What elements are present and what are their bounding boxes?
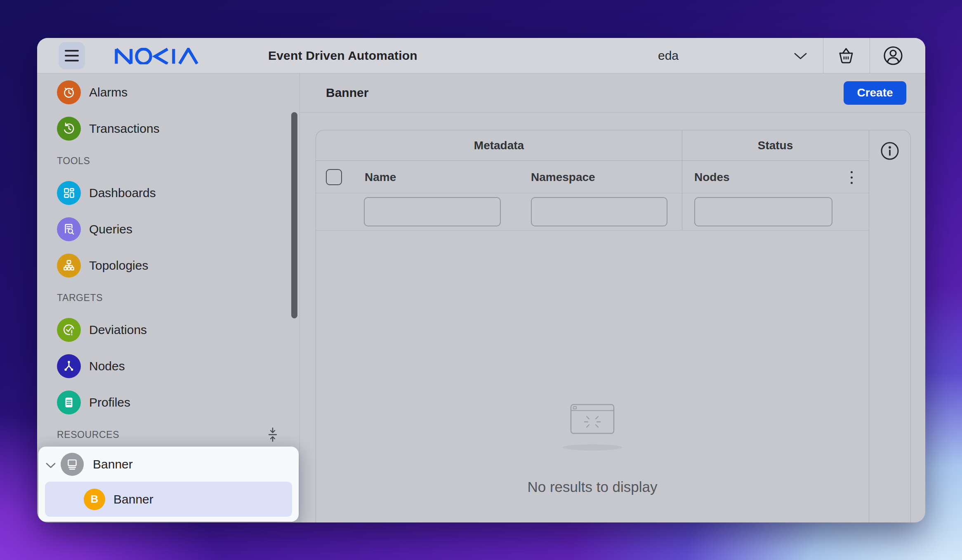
table: Metadata Status Name Namespace Nodes bbox=[316, 130, 869, 522]
banner-spotlight-panel: Banner B Banner bbox=[38, 447, 299, 522]
network-node-icon bbox=[57, 354, 81, 378]
column-namespace[interactable]: Namespace bbox=[531, 161, 595, 193]
sidebar-item-label: Profiles bbox=[89, 395, 130, 409]
tenant-value: eda bbox=[658, 49, 679, 63]
sidebar-item-label: Dashboards bbox=[89, 186, 156, 200]
namespace-filter-input[interactable] bbox=[531, 197, 667, 226]
sidebar-item-transactions[interactable]: Transactions bbox=[37, 111, 299, 147]
sidebar-item-dashboards[interactable]: Dashboards bbox=[37, 175, 299, 211]
dashboard-icon bbox=[57, 181, 81, 205]
sidebar-item-label: Queries bbox=[89, 222, 132, 236]
table-card: Metadata Status Name Namespace Nodes bbox=[316, 130, 911, 522]
sidebar-item-label: Deviations bbox=[89, 323, 147, 337]
sidebar-item-label: Transactions bbox=[89, 122, 160, 136]
banner-badge-icon: B bbox=[84, 489, 105, 510]
sidebar-item-alarms[interactable]: Alarms bbox=[37, 74, 299, 111]
kebab-menu-icon[interactable] bbox=[843, 167, 860, 188]
alarm-clock-icon bbox=[57, 80, 81, 104]
sidebar-section-targets: TARGETS bbox=[37, 284, 299, 312]
check-alert-icon bbox=[57, 318, 81, 342]
table-group-header: Metadata Status bbox=[316, 130, 869, 161]
header-divider bbox=[823, 38, 823, 73]
content-area: Metadata Status Name Namespace Nodes bbox=[300, 113, 925, 522]
info-icon[interactable] bbox=[880, 141, 900, 162]
banner-screen-icon bbox=[61, 453, 84, 476]
app-header: Event Driven Automation eda bbox=[37, 38, 925, 73]
document-search-icon bbox=[57, 217, 81, 241]
create-button[interactable]: Create bbox=[844, 81, 906, 105]
main-panel: Banner Create Metadata Status Name bbox=[300, 73, 925, 522]
group-metadata: Metadata bbox=[316, 130, 682, 160]
select-all-checkbox[interactable] bbox=[326, 169, 342, 185]
empty-window-icon bbox=[561, 404, 624, 454]
sidebar-scrollbar[interactable] bbox=[291, 112, 297, 318]
history-icon bbox=[57, 117, 81, 141]
sidebar-item-nodes[interactable]: Nodes bbox=[37, 348, 299, 384]
sidebar-item-profiles[interactable]: Profiles bbox=[37, 384, 299, 421]
chevron-down-icon[interactable] bbox=[794, 53, 807, 61]
document-lines-icon bbox=[57, 391, 81, 414]
app-title: Event Driven Automation bbox=[268, 38, 417, 73]
sidebar-section-resources: RESOURCES bbox=[37, 421, 299, 449]
name-filter-input[interactable] bbox=[364, 197, 501, 226]
table-side-gutter bbox=[869, 130, 910, 522]
menu-icon[interactable] bbox=[59, 42, 85, 69]
table-column-header: Name Namespace Nodes bbox=[316, 161, 869, 193]
collapse-vertical-icon[interactable] bbox=[266, 427, 279, 443]
sidebar-item-label: Banner bbox=[113, 492, 153, 506]
page-title: Banner bbox=[326, 86, 368, 100]
tenant-selector[interactable]: eda bbox=[658, 38, 679, 73]
sidebar-item-topologies[interactable]: Topologies bbox=[37, 247, 299, 284]
column-name[interactable]: Name bbox=[365, 161, 396, 193]
org-chart-icon bbox=[57, 254, 81, 278]
sidebar-section-tools: TOOLS bbox=[37, 147, 299, 175]
table-empty-state: No results to display bbox=[316, 231, 869, 522]
header-divider bbox=[870, 38, 870, 73]
group-status: Status bbox=[682, 130, 869, 160]
nokia-logo bbox=[115, 48, 216, 66]
sidebar-item-label: Alarms bbox=[89, 85, 127, 99]
cart-icon[interactable] bbox=[828, 38, 864, 73]
sidebar-item-label: Nodes bbox=[89, 359, 125, 373]
chevron-down-icon[interactable] bbox=[46, 457, 56, 471]
page-header: Banner Create bbox=[300, 73, 925, 113]
sidebar-item-label: Topologies bbox=[89, 259, 148, 273]
column-nodes[interactable]: Nodes bbox=[694, 161, 730, 193]
user-icon[interactable] bbox=[875, 38, 911, 73]
empty-message: No results to display bbox=[527, 479, 657, 495]
table-filter-row bbox=[316, 193, 869, 231]
sidebar-item-label: Banner bbox=[93, 457, 133, 471]
sidebar-item-banner-resource[interactable]: B Banner bbox=[45, 482, 292, 517]
app-window: Event Driven Automation eda bbox=[37, 38, 925, 522]
nodes-filter-input[interactable] bbox=[694, 197, 832, 226]
sidebar-item-queries[interactable]: Queries bbox=[37, 211, 299, 247]
sidebar-item-banner[interactable]: Banner bbox=[38, 447, 299, 482]
sidebar-item-deviations[interactable]: Deviations bbox=[37, 312, 299, 348]
